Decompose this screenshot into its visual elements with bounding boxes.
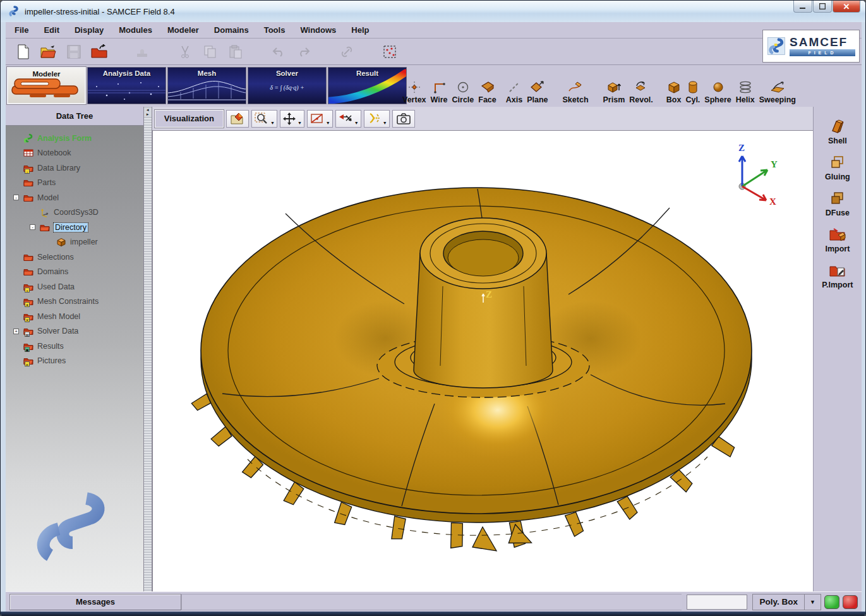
tree-item-results[interactable]: ▣ Results (6, 339, 143, 354)
tab-solver[interactable]: δ = ∫ (δq·q) + Solver (248, 67, 327, 104)
tree-item-selections[interactable]: Selections (6, 250, 143, 265)
tool-p-import[interactable]: P.Import (822, 262, 853, 289)
tool-face[interactable]: Face (478, 80, 496, 104)
tree-item-impeller[interactable]: impeller (6, 235, 143, 250)
selection-mode-dropdown[interactable]: Poly. Box ▼ (752, 594, 821, 610)
close-button[interactable]: ✕ (833, 1, 860, 13)
circle-icon (456, 80, 470, 94)
selection-box-icon[interactable] (381, 43, 399, 61)
pictures-badge-icon: e (25, 361, 30, 366)
snapshot-button[interactable] (392, 110, 415, 128)
menu-display[interactable]: Display (75, 25, 104, 35)
tab-mesh[interactable]: Mesh (167, 67, 246, 104)
tree-item-pictures[interactable]: e Pictures (6, 354, 143, 369)
tool-import[interactable]: Import (825, 226, 850, 253)
menu-edit[interactable]: Edit (44, 25, 59, 35)
minimize-button[interactable] (793, 1, 812, 13)
view-frame-icon (310, 112, 325, 126)
window-title: impeller-stress-initial - SAMCEF Field 8… (25, 7, 175, 16)
tree-item-mesh-constraints[interactable]: ✶ Mesh Constraints (6, 294, 143, 310)
collapse-arrows-icon[interactable]: ◄► (144, 108, 152, 117)
tree-item-solver-data[interactable]: + ▤ Solver Data (6, 324, 143, 339)
shell-icon (829, 118, 846, 135)
tree-item-data-library[interactable]: ↓ Data Library (6, 160, 143, 176)
chevron-down-icon[interactable]: ▼ (354, 121, 359, 125)
axes-icon (40, 207, 50, 217)
tool-plane[interactable]: Plane (527, 80, 548, 104)
menu-modeler[interactable]: Modeler (167, 25, 199, 35)
y-axis-label: Y (771, 159, 778, 169)
maximize-button[interactable] (813, 1, 832, 13)
tool-gluing[interactable]: Gluing (825, 154, 850, 181)
tool-prism[interactable]: Prism (603, 80, 625, 104)
mesh-model-badge-icon: ✕ (25, 317, 30, 322)
brand-name: SAMCEF (790, 36, 855, 48)
save-icon (65, 43, 83, 61)
sweeping-icon (769, 80, 786, 94)
tab-result[interactable]: Result (328, 67, 407, 104)
green-indicator-button[interactable] (824, 595, 839, 609)
expand-box-icon[interactable]: + (13, 329, 19, 334)
chevron-down-icon[interactable]: ▼ (383, 121, 387, 125)
chevron-down-icon[interactable]: ▼ (804, 595, 821, 610)
menu-modules[interactable]: Modules (119, 25, 152, 35)
tree-item-mesh-model[interactable]: ✕ Mesh Model (6, 309, 143, 324)
messages-tab[interactable]: Messages (9, 594, 181, 610)
menu-help[interactable]: Help (351, 25, 369, 35)
close-model-icon[interactable] (90, 43, 108, 61)
display-style-button[interactable] (226, 110, 249, 128)
tree-item-directory[interactable]: - Directory (6, 220, 143, 235)
tab-modeler[interactable]: Modeler (7, 67, 86, 104)
tool-helix[interactable]: Helix (736, 80, 755, 104)
status-input[interactable] (687, 595, 747, 610)
folder-icon (23, 178, 33, 188)
tree-item-coordsys3d[interactable]: CoordSys3D (6, 205, 143, 220)
tool-cyl[interactable]: Cyl. (685, 80, 700, 104)
tree-item-model[interactable]: - Model (6, 190, 143, 205)
tool-circle[interactable]: Circle (452, 80, 474, 104)
tree-item-parts[interactable]: Parts (6, 176, 143, 191)
tool-sketch[interactable]: Sketch (563, 80, 589, 104)
red-indicator-button[interactable] (843, 595, 858, 609)
tool-sweeping[interactable]: Sweeping (759, 80, 796, 104)
view-frame-button[interactable]: ▼ (307, 110, 333, 128)
tree-item-used-data[interactable]: + Used Data (6, 279, 143, 294)
messages-strip (181, 594, 682, 610)
title-bar[interactable]: impeller-stress-initial - SAMCEF Field 8… (1, 1, 866, 22)
tree-item-analysis-form[interactable]: Analysis Form (6, 131, 143, 146)
menu-windows[interactable]: Windows (300, 25, 336, 35)
new-document-icon[interactable] (15, 43, 32, 61)
window-frame-bottom (1, 612, 866, 616)
zoom-box-button[interactable]: ▼ (251, 110, 277, 128)
z-axis-label: Z (738, 143, 745, 153)
chevron-down-icon[interactable]: ▼ (270, 121, 275, 125)
tool-sphere[interactable]: Sphere (704, 80, 731, 104)
collapse-box-icon[interactable]: - (13, 195, 19, 200)
open-folder-icon[interactable] (40, 43, 57, 61)
solver-formula: δ = ∫ (δq·q) + (248, 84, 326, 91)
tree-item-domains[interactable]: Domains (6, 265, 143, 280)
tab-visualization[interactable]: Visualization (155, 110, 224, 128)
tool-wire[interactable]: Wire (431, 80, 448, 104)
panel-splitter[interactable]: ◄► (143, 107, 152, 591)
tool-vertex[interactable]: Vertex (402, 80, 426, 104)
transform-arrows-button[interactable]: ▼ (335, 110, 361, 128)
wand-icon (366, 112, 382, 126)
tree-item-notebook[interactable]: Notebook (6, 146, 143, 161)
menu-file[interactable]: File (15, 25, 28, 35)
tool-axis[interactable]: Axis (506, 80, 522, 104)
menu-tools[interactable]: Tools (264, 25, 286, 35)
tab-analysis-data-label: Analysis Data (88, 69, 165, 77)
model-viewport[interactable]: Z Z Y X (152, 131, 813, 591)
tool-box[interactable]: Box (666, 80, 682, 104)
tool-shell[interactable]: Shell (828, 118, 847, 145)
wand-button[interactable]: ▼ (364, 110, 390, 128)
tab-analysis-data[interactable]: Analysis Data (87, 67, 166, 104)
menu-domains[interactable]: Domains (214, 25, 249, 35)
collapse-box-icon[interactable]: - (30, 224, 35, 230)
tool-revol[interactable]: Revol. (629, 80, 653, 104)
chevron-down-icon[interactable]: ▼ (326, 121, 330, 125)
chevron-down-icon[interactable]: ▼ (298, 121, 302, 125)
pan-button[interactable]: ▼ (280, 110, 304, 128)
tool-dfuse[interactable]: DFuse (826, 190, 850, 217)
